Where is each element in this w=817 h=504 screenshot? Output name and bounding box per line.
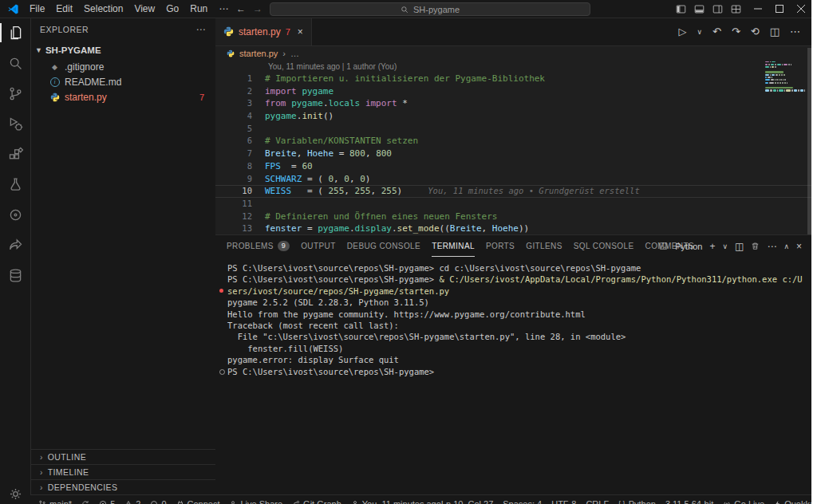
- minimap-line: [765, 61, 805, 62]
- status-sync-icon[interactable]: [81, 500, 89, 504]
- panel-more-icon[interactable]: ⋯: [767, 241, 776, 252]
- minimize-button[interactable]: [747, 0, 768, 18]
- status-go-live[interactable]: Go Live: [723, 499, 764, 504]
- status-main[interactable]: main*: [38, 499, 72, 504]
- close-button[interactable]: [790, 0, 811, 18]
- run-python-file-button[interactable]: ▷: [678, 26, 686, 37]
- command-center-search[interactable]: SH-pygame: [270, 2, 590, 16]
- status-2[interactable]: 2: [124, 499, 140, 504]
- maximize-panel-icon[interactable]: ∧: [783, 242, 789, 250]
- back-arrow-icon[interactable]: ←: [236, 3, 246, 14]
- line-text: WEISS = ( 255, 255, 255)You, 11 minutes …: [265, 185, 640, 198]
- run-dropdown-icon[interactable]: ∨: [697, 28, 702, 36]
- status-python[interactable]: { }Python: [618, 499, 656, 504]
- section-timeline[interactable]: ›TIMELINE: [30, 464, 215, 479]
- panel-tab-output[interactable]: OUTPUT: [301, 235, 336, 257]
- kill-terminal-icon[interactable]: [751, 242, 760, 250]
- code-line-11[interactable]: 11: [215, 198, 811, 211]
- database-icon[interactable]: [0, 260, 30, 290]
- menu-run[interactable]: Run: [184, 0, 213, 18]
- panel-tab-ports[interactable]: PORTS: [486, 235, 515, 257]
- code-editor[interactable]: You, 11 minutes ago | 1 author (You) 1# …: [215, 61, 811, 235]
- toggle-secondary-sidebar-icon[interactable]: [712, 4, 723, 14]
- menu-selection[interactable]: Selection: [78, 0, 128, 18]
- go-forward-icon[interactable]: ↷: [732, 26, 740, 37]
- panel-tab-problems[interactable]: PROBLEMS9: [227, 235, 290, 257]
- customize-layout-icon[interactable]: [731, 4, 741, 14]
- code-line-3[interactable]: 3from pygame.locals import *: [215, 97, 811, 110]
- menu-edit[interactable]: Edit: [50, 0, 78, 18]
- menu-more[interactable]: ⋯: [213, 0, 234, 18]
- menu-view[interactable]: View: [128, 0, 160, 18]
- minimap-line: [765, 69, 805, 70]
- toggle-panel-icon[interactable]: [694, 4, 705, 14]
- file-item-starten-py[interactable]: starten.py 7: [30, 89, 215, 104]
- status-3-11-5-64-bit[interactable]: 3.11.5 64-bit: [665, 499, 713, 504]
- minimap[interactable]: [765, 61, 805, 93]
- extensions-icon[interactable]: [0, 139, 30, 169]
- menu-file[interactable]: File: [24, 0, 50, 18]
- section-outline[interactable]: ›OUTLINE: [30, 449, 215, 464]
- forward-arrow-icon[interactable]: →: [253, 3, 262, 14]
- terminal-output[interactable]: PS C:\Users\ivost\source\repos\SH-pygame…: [215, 258, 811, 494]
- status-utf-8[interactable]: UTF-8: [551, 499, 576, 504]
- project-root-folder[interactable]: ▼ SH-PYGAME: [30, 41, 215, 59]
- code-line-12[interactable]: 12# Definieren und Öffnen eines neuen Fe…: [215, 211, 811, 223]
- status-crlf[interactable]: CRLF: [586, 499, 609, 504]
- terminal-line: Hello from the pygame community. https:/…: [215, 309, 811, 320]
- panel-tab-gitlens[interactable]: GITLENS: [526, 235, 562, 257]
- close-tab-icon[interactable]: ×: [298, 26, 303, 37]
- file-item-gitignore[interactable]: ◆ .gitignore: [30, 59, 215, 74]
- new-terminal-icon[interactable]: +: [709, 241, 715, 252]
- split-editor-icon[interactable]: ◫: [770, 26, 780, 37]
- panel-tab-sql-console[interactable]: SQL CONSOLE: [574, 235, 634, 257]
- split-terminal-icon[interactable]: ◫: [735, 241, 744, 252]
- explorer-icon[interactable]: [0, 18, 30, 48]
- maximize-button[interactable]: [768, 0, 790, 18]
- more-actions-icon[interactable]: ⋯: [790, 26, 800, 37]
- code-line-6[interactable]: 6# Variablen/KONSTANTEN setzen: [215, 135, 811, 148]
- settings-gear-icon[interactable]: [0, 478, 30, 504]
- status-spaces-4[interactable]: Spaces: 4: [503, 499, 542, 504]
- editor-scrollbar[interactable]: [807, 48, 811, 247]
- section-dependencies[interactable]: ›DEPENDENCIES: [30, 479, 215, 494]
- run-debug-icon[interactable]: [0, 108, 30, 139]
- terminal-dropdown-icon[interactable]: ∨: [722, 242, 728, 250]
- code-line-7[interactable]: 7Breite, Hoehe = 800, 800: [215, 148, 811, 160]
- close-panel-icon[interactable]: ×: [796, 241, 802, 252]
- code-line-13[interactable]: 13fenster = pygame.display.set_mode((Bre…: [215, 222, 811, 235]
- testing-icon[interactable]: [0, 169, 30, 199]
- file-item-readme[interactable]: i README.md: [30, 74, 215, 89]
- status-quokka[interactable]: Quokka: [774, 499, 811, 504]
- code-line-9[interactable]: 9SCHWARZ = ( 0, 0, 0): [215, 173, 811, 186]
- toggle-sidebar-icon[interactable]: [676, 4, 686, 14]
- panel-tab-debug-console[interactable]: DEBUG CONSOLE: [347, 235, 420, 257]
- timeline-icon[interactable]: ⟲: [751, 26, 760, 37]
- status-you-11-minutes-ago[interactable]: You, 11 minutes ago: [351, 499, 441, 504]
- code-line-10[interactable]: 10WEISS = ( 255, 255, 255)You, 11 minute…: [215, 185, 811, 198]
- breadcrumb[interactable]: starten.py › …: [215, 45, 811, 61]
- status-git-graph[interactable]: Git Graph: [292, 499, 341, 504]
- code-line-4[interactable]: 4pygame.init(): [215, 110, 811, 123]
- code-line-5[interactable]: 5: [215, 123, 811, 136]
- code-line-2[interactable]: 2import pygame: [215, 85, 811, 98]
- codelens-annotation[interactable]: You, 11 minutes ago | 1 author (You): [215, 61, 811, 73]
- status-ln-10-col-27[interactable]: Ln 10, Col 27: [441, 499, 493, 504]
- jupyter-icon[interactable]: [0, 199, 30, 230]
- go-back-icon[interactable]: ↶: [712, 26, 721, 37]
- terminal-shell-label[interactable]: Python: [675, 242, 702, 251]
- menu-go[interactable]: Go: [160, 0, 184, 18]
- status-5[interactable]: 5: [99, 499, 115, 504]
- code-line-1[interactable]: 1# Importieren u. initialisieren der Pyg…: [215, 73, 811, 85]
- explorer-more-actions-icon[interactable]: ⋯: [196, 24, 207, 35]
- terminal-line: pygame 2.5.2 (SDL 2.28.3, Python 3.11.5): [215, 297, 811, 308]
- panel-tab-terminal[interactable]: TERMINAL: [432, 235, 475, 257]
- status-live-share[interactable]: Live Share: [229, 499, 282, 504]
- source-control-icon[interactable]: [0, 78, 30, 108]
- live-share-icon[interactable]: [0, 230, 30, 260]
- status-0[interactable]: 0: [150, 499, 166, 504]
- status-connect[interactable]: Connect: [176, 499, 220, 504]
- search-icon[interactable]: [0, 48, 30, 78]
- tab-starten-py[interactable]: starten.py 7 ×: [215, 18, 312, 45]
- code-line-8[interactable]: 8FPS = 60: [215, 160, 811, 173]
